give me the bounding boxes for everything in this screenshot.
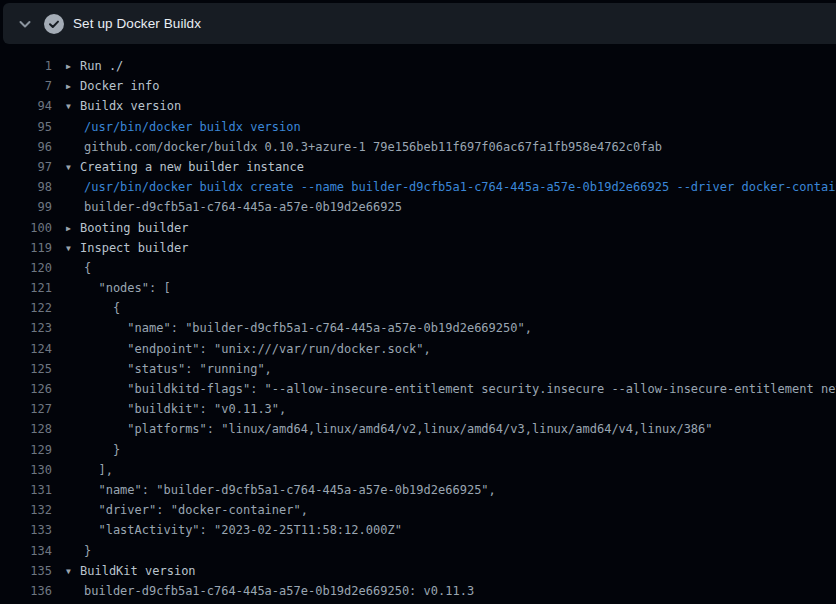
- log-line[interactable]: 135▼BuildKit version: [0, 561, 836, 581]
- log-lines: 1▶Run ./7▶Docker info94▼Buildx version95…: [0, 56, 836, 601]
- log-line: 130 ],: [0, 460, 836, 480]
- line-number[interactable]: 98: [0, 177, 52, 197]
- output-text: {: [84, 298, 120, 318]
- log-line[interactable]: 1▶Run ./: [0, 56, 836, 76]
- group-title[interactable]: ▶Run ./: [66, 56, 123, 76]
- check-circle-icon: [44, 14, 64, 34]
- group-title[interactable]: ▼BuildKit version: [66, 561, 196, 581]
- log-line: 99builder-d9cfb5a1-c764-445a-a57e-0b19d2…: [0, 197, 836, 217]
- log-line: 124 "endpoint": "unix:///var/run/docker.…: [0, 339, 836, 359]
- line-number[interactable]: 121: [0, 278, 52, 298]
- log-line[interactable]: 7▶Docker info: [0, 76, 836, 96]
- log-line[interactable]: 97▼Creating a new builder instance: [0, 157, 836, 177]
- line-number[interactable]: 127: [0, 399, 52, 419]
- line-number[interactable]: 126: [0, 379, 52, 399]
- group-collapsed-icon[interactable]: ▶: [66, 219, 80, 238]
- line-number[interactable]: 128: [0, 419, 52, 439]
- log-line[interactable]: 100▶Booting builder: [0, 218, 836, 238]
- line-number[interactable]: 1: [0, 56, 52, 76]
- group-collapsed-icon[interactable]: ▶: [66, 57, 80, 76]
- group-title[interactable]: ▼Buildx version: [66, 96, 181, 116]
- line-number[interactable]: 94: [0, 96, 52, 116]
- line-number[interactable]: 99: [0, 197, 52, 217]
- output-text: }: [84, 541, 91, 561]
- line-number[interactable]: 129: [0, 440, 52, 460]
- group-expanded-icon[interactable]: ▼: [66, 239, 80, 258]
- log-line: 96github.com/docker/buildx 0.10.3+azure-…: [0, 137, 836, 157]
- line-number[interactable]: 134: [0, 541, 52, 561]
- step-title: Set up Docker Buildx: [73, 16, 201, 31]
- line-number[interactable]: 132: [0, 500, 52, 520]
- group-title[interactable]: ▶Docker info: [66, 76, 159, 96]
- group-collapsed-icon[interactable]: ▶: [66, 77, 80, 96]
- line-number[interactable]: 7: [0, 76, 52, 96]
- output-text: "buildkit": "v0.11.3",: [84, 399, 286, 419]
- group-title[interactable]: ▼Inspect builder: [66, 238, 188, 258]
- line-number[interactable]: 135: [0, 561, 52, 581]
- log-line: 123 "name": "builder-d9cfb5a1-c764-445a-…: [0, 318, 836, 338]
- output-text: {: [84, 258, 91, 278]
- log-line: 122 {: [0, 298, 836, 318]
- line-number[interactable]: 119: [0, 238, 52, 258]
- log-line: 131 "name": "builder-d9cfb5a1-c764-445a-…: [0, 480, 836, 500]
- output-text: "platforms": "linux/amd64,linux/amd64/v2…: [84, 419, 713, 439]
- log-line[interactable]: 119▼Inspect builder: [0, 238, 836, 258]
- line-number[interactable]: 130: [0, 460, 52, 480]
- output-text: "driver": "docker-container",: [84, 500, 308, 520]
- chevron-down-icon[interactable]: [17, 16, 33, 32]
- log-line: 136builder-d9cfb5a1-c764-445a-a57e-0b19d…: [0, 581, 836, 601]
- output-text: github.com/docker/buildx 0.10.3+azure-1 …: [84, 137, 662, 157]
- log-line: 125 "status": "running",: [0, 359, 836, 379]
- line-number[interactable]: 95: [0, 117, 52, 137]
- log-line: 126 "buildkitd-flags": "--allow-insecure…: [0, 379, 836, 399]
- output-text: ],: [84, 460, 113, 480]
- output-text: "buildkitd-flags": "--allow-insecure-ent…: [84, 379, 836, 399]
- group-expanded-icon[interactable]: ▼: [66, 97, 80, 116]
- log-line: 121 "nodes": [: [0, 278, 836, 298]
- line-number[interactable]: 100: [0, 218, 52, 238]
- command-text: /usr/bin/docker buildx create --name bui…: [84, 177, 836, 197]
- output-text: builder-d9cfb5a1-c764-445a-a57e-0b19d2e6…: [84, 197, 402, 217]
- output-text: "endpoint": "unix:///var/run/docker.sock…: [84, 339, 431, 359]
- output-text: "status": "running",: [84, 359, 272, 379]
- group-title[interactable]: ▶Booting builder: [66, 218, 188, 238]
- log-line[interactable]: 94▼Buildx version: [0, 96, 836, 116]
- log-line: 132 "driver": "docker-container",: [0, 500, 836, 520]
- output-text: "lastActivity": "2023-02-25T11:58:12.000…: [84, 520, 402, 540]
- line-number[interactable]: 124: [0, 339, 52, 359]
- log-line: 133 "lastActivity": "2023-02-25T11:58:12…: [0, 520, 836, 540]
- log-line: 120{: [0, 258, 836, 278]
- log-line: 98/usr/bin/docker buildx create --name b…: [0, 177, 836, 197]
- output-text: "nodes": [: [84, 278, 171, 298]
- line-number[interactable]: 133: [0, 520, 52, 540]
- log-line: 95/usr/bin/docker buildx version: [0, 117, 836, 137]
- step-header[interactable]: Set up Docker Buildx: [3, 3, 836, 44]
- command-text: /usr/bin/docker buildx version: [84, 117, 301, 137]
- line-number[interactable]: 123: [0, 318, 52, 338]
- log-line: 127 "buildkit": "v0.11.3",: [0, 399, 836, 419]
- output-text: builder-d9cfb5a1-c764-445a-a57e-0b19d2e6…: [84, 581, 474, 601]
- line-number[interactable]: 122: [0, 298, 52, 318]
- line-number[interactable]: 97: [0, 157, 52, 177]
- output-text: "name": "builder-d9cfb5a1-c764-445a-a57e…: [84, 318, 532, 338]
- line-number[interactable]: 120: [0, 258, 52, 278]
- line-number[interactable]: 131: [0, 480, 52, 500]
- group-expanded-icon[interactable]: ▼: [66, 562, 80, 581]
- output-text: "name": "builder-d9cfb5a1-c764-445a-a57e…: [84, 480, 496, 500]
- log-line: 128 "platforms": "linux/amd64,linux/amd6…: [0, 419, 836, 439]
- output-text: }: [84, 440, 120, 460]
- line-number[interactable]: 136: [0, 581, 52, 601]
- log-line: 129 }: [0, 440, 836, 460]
- line-number[interactable]: 96: [0, 137, 52, 157]
- group-title[interactable]: ▼Creating a new builder instance: [66, 157, 304, 177]
- line-number[interactable]: 125: [0, 359, 52, 379]
- log-line: 134}: [0, 541, 836, 561]
- group-expanded-icon[interactable]: ▼: [66, 158, 80, 177]
